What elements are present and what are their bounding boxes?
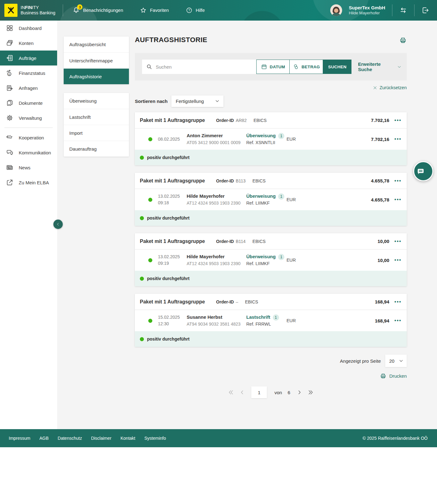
order-card-title: Paket mit 1 Auftragsgruppe bbox=[140, 239, 205, 244]
submenu-item-auftragshistorie[interactable]: Auftragshistorie bbox=[64, 68, 129, 84]
transaction-row[interactable]: 15.02.2025 12:30 Susanne Herbst AT94 903… bbox=[135, 310, 407, 331]
order-card-header[interactable]: Paket mit 1 Auftragsgruppe Order-ID AR82… bbox=[135, 112, 407, 128]
order-status-text: positiv durchgeführt bbox=[147, 337, 189, 342]
submenu: Auftragsübersicht Unterschriftenmappe Au… bbox=[64, 36, 129, 157]
help-button[interactable]: ? Hilfe bbox=[186, 7, 205, 14]
sort-select[interactable]: Fertigstellung bbox=[171, 95, 223, 107]
order-total-amount: 7.702,16 bbox=[371, 118, 389, 123]
per-page-select[interactable]: 20 bbox=[385, 355, 407, 367]
sidebar-divider bbox=[4, 128, 53, 128]
order-actions-menu[interactable]: ••• bbox=[389, 239, 407, 244]
finance-status-icon: € bbox=[6, 69, 13, 77]
order-channel: EBICS bbox=[245, 299, 258, 304]
order-card-header[interactable]: Paket mit 1 Auftragsgruppe Order-ID B113… bbox=[135, 173, 407, 189]
sidebar-item-finanzstatus[interactable]: € Finanzstatus bbox=[0, 65, 57, 80]
submenu-item-dauerauftrag[interactable]: Dauerauftrag bbox=[64, 141, 129, 157]
submenu-item-ueberweisung[interactable]: Überweisung bbox=[64, 93, 129, 109]
sidebar-item-dashboard[interactable]: Dashboard bbox=[0, 21, 57, 36]
submenu-item-import[interactable]: Import bbox=[64, 125, 129, 141]
betrag-filter-button[interactable]: BETRAG bbox=[290, 60, 323, 74]
sidebar-item-anfragen[interactable]: Anfragen bbox=[0, 80, 57, 95]
order-status-bar: positiv durchgeführt bbox=[135, 271, 407, 286]
order-id-value: – bbox=[236, 299, 238, 304]
transaction-type-link[interactable]: Lastschrift bbox=[246, 314, 270, 321]
transaction-amount: 168,94 bbox=[375, 318, 389, 323]
submenu-item-lastschrift[interactable]: Lastschrift bbox=[64, 109, 129, 125]
transaction-actions-menu[interactable]: ••• bbox=[389, 318, 407, 323]
order-card: Paket mit 1 Auftragsgruppe Order-ID B113… bbox=[135, 173, 407, 226]
search-panel: DATUM BETRAG SUCHEN Erweiterte Suche bbox=[135, 53, 407, 80]
status-dot-icon bbox=[148, 319, 152, 323]
sidebar-item-auftraege[interactable]: Aufträge bbox=[0, 51, 57, 65]
suchen-button[interactable]: SUCHEN bbox=[323, 60, 351, 74]
submenu-item-auftragsuebersicht[interactable]: Auftragsübersicht bbox=[64, 36, 129, 52]
zuruecksetzen-link[interactable]: Zurücksetzen bbox=[135, 85, 407, 91]
user-info[interactable]: SuperTex GmbH Hilde Mayerhofer bbox=[349, 5, 385, 16]
submenu-item-unterschriftenmappe[interactable]: Unterschriftenmappe bbox=[64, 52, 129, 68]
drucken-link[interactable]: Drucken bbox=[135, 373, 407, 379]
transaction-type-link[interactable]: Überweisung bbox=[246, 132, 276, 139]
printer-icon[interactable] bbox=[399, 36, 407, 44]
sidebar-item-kooperation[interactable]: Kooperation bbox=[0, 130, 57, 145]
footer-link-datenschutz[interactable]: Datenschutz bbox=[58, 436, 82, 441]
prev-page-button[interactable] bbox=[238, 388, 246, 396]
order-id-value: B114 bbox=[236, 239, 246, 244]
avatar[interactable] bbox=[330, 4, 342, 16]
sidebar-item-verwaltung[interactable]: Verwaltung bbox=[0, 110, 57, 125]
footer-link-impressum[interactable]: Impressum bbox=[9, 436, 30, 441]
sidebar-item-zu-mein-elba[interactable]: Zu Mein ELBA bbox=[0, 175, 57, 190]
favorites-button[interactable]: Favoriten bbox=[140, 7, 169, 14]
order-id-label: Order-ID bbox=[216, 239, 234, 244]
external-link-icon bbox=[6, 179, 13, 186]
transaction-type-link[interactable]: Überweisung bbox=[246, 193, 276, 200]
transaction-actions-menu[interactable]: ••• bbox=[389, 136, 407, 142]
close-icon bbox=[373, 85, 377, 90]
transaction-count-badge: 1 bbox=[278, 133, 284, 139]
transaction-amount: 4.655,78 bbox=[371, 197, 389, 202]
sidebar-item-konten[interactable]: Konten bbox=[0, 36, 57, 51]
next-page-button[interactable] bbox=[295, 388, 303, 396]
order-card-header[interactable]: Paket mit 1 Auftragsgruppe Order-ID – EB… bbox=[135, 294, 407, 310]
current-page-input[interactable]: 1 bbox=[251, 386, 267, 398]
sidebar-item-kommunikation[interactable]: Kommunikation bbox=[0, 145, 57, 160]
footer-link-agb[interactable]: AGB bbox=[39, 436, 49, 441]
speech-bubbles-icon bbox=[6, 149, 13, 156]
order-actions-menu[interactable]: ••• bbox=[389, 178, 407, 184]
help-icon: ? bbox=[186, 7, 193, 14]
sidebar-item-news[interactable]: News bbox=[0, 160, 57, 175]
transaction-row[interactable]: 13.02.2025 09:18 Hilde Mayerhofer AT12 4… bbox=[135, 189, 407, 210]
pagination: 1 von 6 bbox=[135, 386, 407, 399]
last-page-button[interactable] bbox=[307, 388, 315, 396]
footer-link-disclaimer[interactable]: Disclaimer bbox=[91, 436, 111, 441]
erweiterte-suche-link[interactable]: Erweiterte Suche bbox=[358, 61, 402, 72]
handshake-icon bbox=[6, 134, 13, 141]
raiffeisen-logo[interactable] bbox=[4, 4, 17, 17]
order-id-label: Order-ID bbox=[216, 299, 234, 304]
order-card-header[interactable]: Paket mit 1 Auftragsgruppe Order-ID B114… bbox=[135, 233, 407, 250]
order-actions-menu[interactable]: ••• bbox=[389, 118, 407, 123]
logout-icon[interactable] bbox=[421, 6, 430, 14]
sidebar-collapse-button[interactable] bbox=[53, 220, 63, 229]
transaction-actions-menu[interactable]: ••• bbox=[389, 257, 407, 263]
switch-user-icon[interactable] bbox=[399, 6, 407, 14]
transaction-datetime: 13.02.2025 09:19 bbox=[158, 254, 187, 267]
search-input[interactable] bbox=[142, 60, 256, 74]
footer-link-kontakt[interactable]: Kontakt bbox=[120, 436, 135, 441]
transaction-row[interactable]: 08.02.2025 Anton Zimmerer AT05 3412 9000… bbox=[135, 128, 407, 150]
transaction-row[interactable]: 13.02.2025 09:19 Hilde Mayerhofer AT12 4… bbox=[135, 250, 407, 271]
transaction-type-link[interactable]: Überweisung bbox=[246, 253, 276, 260]
notifications-button[interactable]: 3 Benachrichtigungen bbox=[72, 7, 123, 14]
sidebar-item-dokumente[interactable]: Dokumente bbox=[0, 95, 57, 110]
first-page-button[interactable] bbox=[227, 388, 235, 396]
footer-link-systeminfo[interactable]: Systeminfo bbox=[144, 436, 166, 441]
svg-text:€: € bbox=[8, 73, 10, 76]
datum-filter-button[interactable]: DATUM bbox=[256, 60, 290, 74]
chat-button[interactable] bbox=[413, 161, 433, 181]
status-dot-icon bbox=[140, 337, 144, 341]
transaction-count-badge: 1 bbox=[278, 193, 284, 200]
status-dot-icon bbox=[148, 258, 152, 262]
order-actions-menu[interactable]: ••• bbox=[389, 299, 407, 305]
transaction-actions-menu[interactable]: ••• bbox=[389, 197, 407, 202]
transaction-iban: AT05 3412 9000 0001 0009 bbox=[187, 139, 246, 146]
svg-text:?: ? bbox=[188, 9, 190, 12]
